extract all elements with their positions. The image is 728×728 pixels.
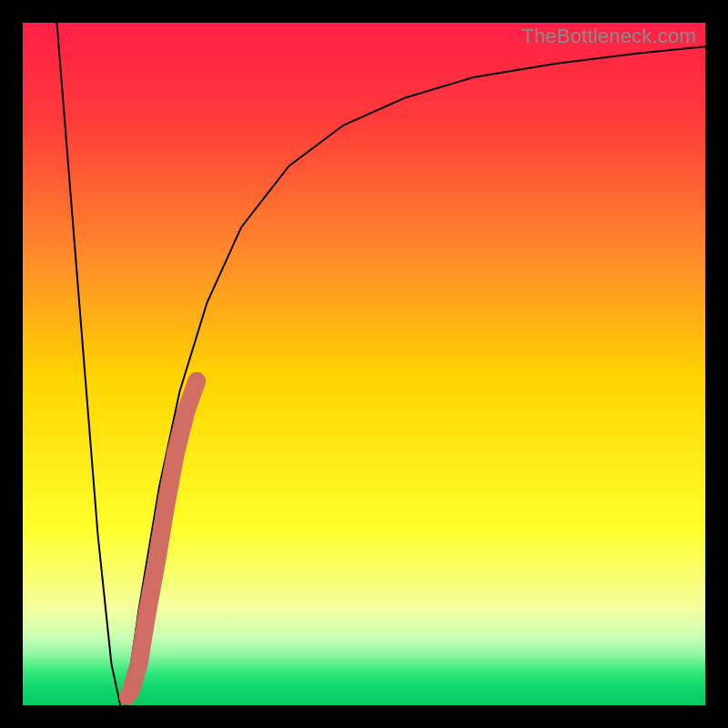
curve-left-branch xyxy=(57,23,121,705)
plot-area: TheBottleneck.com xyxy=(23,23,705,705)
marker-dot xyxy=(119,689,136,705)
chart-svg xyxy=(23,23,705,705)
curve-right-branch xyxy=(126,46,706,705)
marker-segment xyxy=(131,381,197,692)
chart-frame: TheBottleneck.com xyxy=(0,0,728,728)
watermark-text: TheBottleneck.com xyxy=(521,25,696,48)
